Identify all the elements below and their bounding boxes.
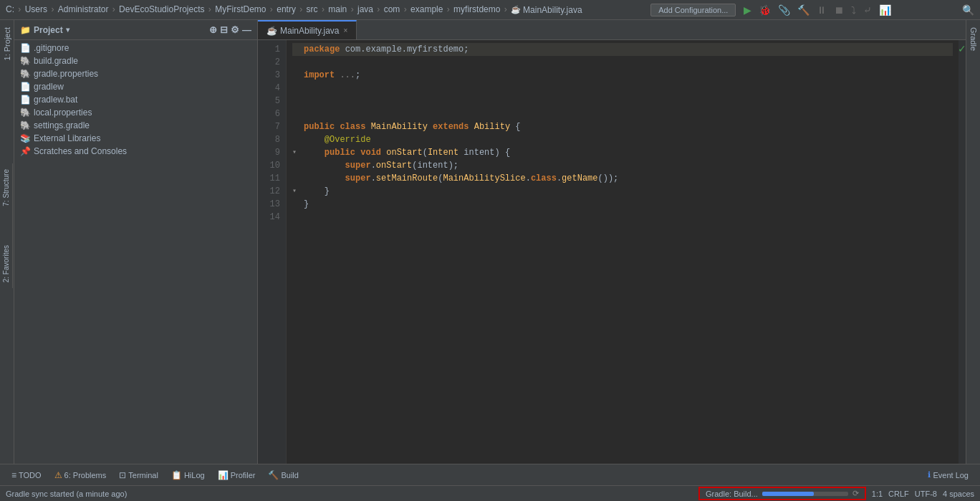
build-button[interactable]: 🔨 Build xyxy=(262,469,304,482)
editor-area: ☕ MainAbility.java × 1 2 3 4 5 6 7 8 9 1… xyxy=(258,20,966,464)
gradle-icon: 🐘 xyxy=(20,108,31,118)
settings-icon[interactable]: ⚙ xyxy=(231,24,239,35)
file-icon: 📄 xyxy=(20,95,31,105)
fold-arrow-12[interactable]: ▾ xyxy=(292,185,304,198)
bottom-toolbar: ≡ TODO ⚠ 6: Problems ⊡ Terminal 📋 HiLog … xyxy=(0,464,980,485)
fold-arrow-9[interactable]: ▾ xyxy=(292,146,304,159)
hilog-icon: 📋 xyxy=(171,470,182,480)
problems-button[interactable]: ⚠ 6: Problems xyxy=(49,469,112,482)
breadcrumb-bar: C: › Users › Administrator › DevEcoStudi… xyxy=(0,0,980,20)
library-icon: 📚 xyxy=(20,133,31,143)
step-into-button[interactable]: ⤶ xyxy=(861,3,874,17)
file-tree: 📄 .gitignore 🐘 build.gradle 🐘 gradle.pro… xyxy=(14,40,257,464)
project-header: 📁 Project ▾ ⊕ ⊟ ⚙ — xyxy=(14,20,257,40)
tree-item-settings-gradle[interactable]: 🐘 settings.gradle xyxy=(14,119,257,132)
code-content[interactable]: package com.example.myfirstdemo; import … xyxy=(287,40,959,464)
dropdown-icon[interactable]: ▾ xyxy=(66,26,69,34)
stop-button[interactable]: ⏹ xyxy=(832,3,846,17)
sidebar-item-gradle[interactable]: Gradle xyxy=(968,23,979,55)
main-layout: 1: Project 📁 Project ▾ ⊕ ⊟ ⚙ — 📄 .gitign… xyxy=(0,20,980,464)
charset-indicator[interactable]: UTF-8 xyxy=(915,490,937,498)
sidebar-item-favorites[interactable]: 2: Favorites xyxy=(1,241,11,287)
debug-button[interactable]: 🐞 xyxy=(756,3,773,17)
side-tabs: 7: Structure 2: Favorites xyxy=(0,163,13,288)
code-line-1: package com.example.myfirstdemo; xyxy=(292,43,953,56)
line-col-indicator[interactable]: 1:1 xyxy=(872,490,883,498)
gradle-build-label: Gradle: Build... xyxy=(706,490,758,498)
terminal-icon: ⊡ xyxy=(119,470,126,480)
indent-indicator[interactable]: 4 spaces xyxy=(943,490,974,498)
tree-item-build-gradle[interactable]: 🐘 build.gradle xyxy=(14,54,257,67)
step-over-button[interactable]: ⤵ xyxy=(849,3,858,17)
code-line-4 xyxy=(292,82,953,95)
close-tab-button[interactable]: × xyxy=(343,27,347,34)
sync-status: Gradle sync started (a minute ago) xyxy=(6,490,698,498)
tree-item-gitignore[interactable]: 📄 .gitignore xyxy=(14,42,257,54)
add-configuration-button[interactable]: Add Configuration... xyxy=(650,4,736,16)
code-line-2 xyxy=(292,56,953,69)
code-line-8: @Override xyxy=(292,133,953,146)
run-toolbar: ▶ 🐞 📎 🔨 ⏸ ⏹ ⤵ ⤶ 📊 xyxy=(741,3,893,17)
search-button[interactable]: 🔍 xyxy=(962,4,974,16)
info-icon: ℹ xyxy=(928,470,931,479)
progress-bar xyxy=(762,492,848,496)
progress-loading-icon: ⟳ xyxy=(852,489,859,498)
sidebar-item-structure[interactable]: 7: Structure xyxy=(1,165,11,211)
tab-main-ability[interactable]: ☕ MainAbility.java × xyxy=(258,20,357,39)
file-icon: 📄 xyxy=(20,43,31,53)
file-icon: ☕ xyxy=(511,5,521,14)
right-gutter: ✓ xyxy=(959,40,966,464)
code-line-11: super.setMainRoute(MainAbilitySlice.clas… xyxy=(292,172,953,185)
gradle-build-indicator: Gradle: Build... ⟳ xyxy=(698,487,866,500)
folder-icon: 📁 xyxy=(20,25,31,35)
hilog-button[interactable]: 📋 HiLog xyxy=(165,469,211,482)
no-errors-indicator: ✓ xyxy=(958,43,966,54)
terminal-button[interactable]: ⊡ Terminal xyxy=(113,469,164,482)
scratches-icon: 📌 xyxy=(20,146,31,156)
code-line-13: } xyxy=(292,198,953,211)
project-panel-title: 📁 Project ▾ xyxy=(20,25,209,35)
event-log-button[interactable]: ℹ Event Log xyxy=(922,469,974,481)
status-bar: Gradle sync started (a minute ago) Gradl… xyxy=(0,485,980,501)
progress-fill xyxy=(762,492,814,496)
sidebar-item-project[interactable]: 1: Project xyxy=(1,23,14,65)
breadcrumb: C: › Users › Administrator › DevEcoStudi… xyxy=(6,4,582,15)
add-icon[interactable]: ⊕ xyxy=(209,24,217,35)
code-line-10: super.onStart(intent); xyxy=(292,159,953,172)
code-line-5 xyxy=(292,95,953,108)
code-line-6 xyxy=(292,108,953,120)
minimize-icon[interactable]: — xyxy=(242,24,251,35)
project-toolbar: ⊕ ⊟ ⚙ — xyxy=(209,24,251,35)
tree-item-gradlew[interactable]: 📄 gradlew xyxy=(14,80,257,93)
project-panel: 📁 Project ▾ ⊕ ⊟ ⚙ — 📄 .gitignore 🐘 build… xyxy=(14,20,258,464)
tree-item-external-libraries[interactable]: 📚 External Libraries xyxy=(14,132,257,145)
coverage-button[interactable]: 📊 xyxy=(877,3,893,17)
tree-item-gradle-properties[interactable]: 🐘 gradle.properties xyxy=(14,67,257,80)
collapse-icon[interactable]: ⊟ xyxy=(220,24,228,35)
line-numbers: 1 2 3 4 5 6 7 8 9 10 11 12 13 14 xyxy=(258,40,287,464)
right-sidebar: Gradle xyxy=(966,20,980,464)
code-line-3: import ...; xyxy=(292,69,953,82)
profiler-icon: 📊 xyxy=(218,470,229,480)
pause-button[interactable]: ⏸ xyxy=(815,3,829,17)
todo-button[interactable]: ≡ TODO xyxy=(6,469,47,482)
build-icon: 🔨 xyxy=(268,470,279,480)
bottom-right: ℹ Event Log xyxy=(922,469,974,481)
tab-bar: ☕ MainAbility.java × xyxy=(258,20,966,40)
tree-item-scratches-consoles[interactable]: 📌 Scratches and Consoles xyxy=(14,145,257,158)
tree-item-gradlew-bat[interactable]: 📄 gradlew.bat xyxy=(14,93,257,106)
code-line-12: ▾ } xyxy=(292,185,953,198)
tree-item-local-properties[interactable]: 🐘 local.properties xyxy=(14,106,257,119)
attach-debugger-button[interactable]: 📎 xyxy=(776,3,792,17)
code-editor: 1 2 3 4 5 6 7 8 9 10 11 12 13 14 package… xyxy=(258,40,966,464)
todo-icon: ≡ xyxy=(11,470,16,480)
code-line-7: public class MainAbility extends Ability… xyxy=(292,120,953,133)
gradle-icon: 🐘 xyxy=(20,69,31,79)
line-ending-indicator[interactable]: CRLF xyxy=(888,490,909,498)
file-icon: 📄 xyxy=(20,82,31,92)
profiler-button[interactable]: 📊 Profiler xyxy=(212,469,261,482)
build-button[interactable]: 🔨 xyxy=(795,3,812,17)
gradle-icon: 🐘 xyxy=(20,56,31,66)
run-button[interactable]: ▶ xyxy=(741,3,754,17)
code-line-14 xyxy=(292,211,953,224)
